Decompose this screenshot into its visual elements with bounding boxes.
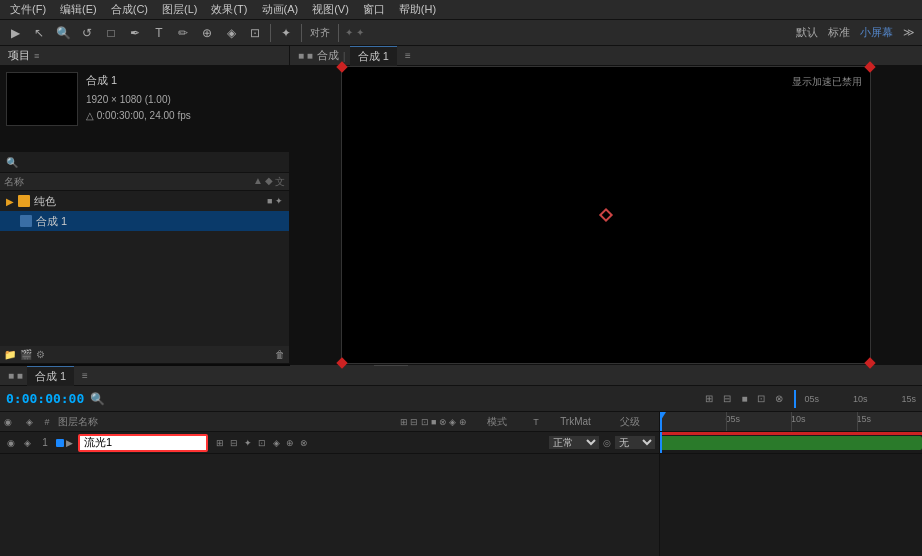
col-icons: ▲ ◆ 文 <box>253 175 285 189</box>
layer-eye-btn[interactable]: ◉ <box>4 436 18 450</box>
ctrl-effects[interactable]: ⊡ <box>754 392 768 405</box>
ls-icon-5[interactable]: ◈ <box>270 437 282 449</box>
tool-select[interactable]: ▶ <box>4 22 26 44</box>
lch-eye-col: ◉ <box>4 417 12 427</box>
tool-eraser[interactable]: ◈ <box>220 22 242 44</box>
menu-file[interactable]: 文件(F) <box>4 0 52 19</box>
comp-tab-main[interactable]: 合成 1 <box>350 46 397 66</box>
comp-panel-title: 合成 <box>317 48 339 63</box>
menu-window[interactable]: 窗口 <box>357 0 391 19</box>
main-layout: 项目 ≡ 合成 1 1920 × 1080 (1.00) △ 0:00:30:0… <box>0 46 922 364</box>
ctrl-motion[interactable]: ⊟ <box>720 392 734 405</box>
layer-col-headers: ◉ ◈ # 图层名称 ⊞ ⊟ ⊡ ■ ⊗ ◈ ⊕ 模式 T TrkMat 父级 <box>0 412 659 432</box>
layer-audio-btn[interactable]: ◈ <box>20 436 34 450</box>
layer-expand-arrow[interactable]: ▶ <box>66 438 76 448</box>
layer-name-input[interactable]: 流光1 <box>78 434 208 452</box>
tool-extra-1[interactable]: ✦ <box>275 22 297 44</box>
playhead-indicator <box>794 390 796 408</box>
layer-panel: ◉ ◈ # 图层名称 ⊞ ⊟ ⊡ ■ ⊗ ◈ ⊕ 模式 T TrkMat 父级 … <box>0 412 660 556</box>
layer-trkmat-select[interactable]: 无 <box>615 436 655 449</box>
preview-comp-size: 1920 × 1080 (1.00) <box>86 92 283 108</box>
current-workspace-label: 小屏幕 <box>857 25 896 40</box>
search-icon: 🔍 <box>6 157 18 168</box>
toolbar-extra-icons: ✦ ✦ <box>343 27 366 38</box>
tool-arrow[interactable]: ↖ <box>28 22 50 44</box>
toolbar-right: 默认 标准 小屏幕 ≫ <box>793 25 918 40</box>
project-settings-icon[interactable]: ⚙ <box>36 349 45 360</box>
tool-puppet[interactable]: ⊡ <box>244 22 266 44</box>
project-item-comp[interactable]: 合成 1 <box>0 211 289 231</box>
workspace-arrows: ≫ <box>900 26 918 39</box>
ls-icon-3[interactable]: ✦ <box>242 437 254 449</box>
menu-composition[interactable]: 合成(C) <box>105 0 154 19</box>
project-panel: 项目 ≡ 合成 1 1920 × 1080 (1.00) △ 0:00:30:0… <box>0 46 290 364</box>
menu-animation[interactable]: 动画(A) <box>256 0 305 19</box>
lch-switch-cols: ⊞ ⊟ ⊡ ■ ⊗ ◈ ⊕ <box>400 417 467 427</box>
eye-icon: ◉ <box>7 438 15 448</box>
project-col-headers: 名称 ▲ ◆ 文 <box>0 173 289 191</box>
menu-layer[interactable]: 图层(L) <box>156 0 203 19</box>
tool-stamp[interactable]: ⊕ <box>196 22 218 44</box>
col-flag3: 文 <box>275 175 285 189</box>
timeline-section: ■ ■ 合成 1 ≡ 0:00:00:00 🔍 ⊞ ⊟ ■ ⊡ ⊗ 05s 10… <box>0 364 922 556</box>
tool-paint[interactable]: ✏ <box>172 22 194 44</box>
ruler-label-10s: 10s <box>853 394 868 404</box>
tool-rotate[interactable]: ↺ <box>76 22 98 44</box>
ctrl-graph[interactable]: ⊞ <box>702 392 716 405</box>
project-panel-title: 项目 <box>8 48 30 63</box>
comp-canvas: 显示加速已禁用 <box>341 66 871 364</box>
layer-num: 1 <box>36 437 54 448</box>
tool-rect[interactable]: □ <box>100 22 122 44</box>
layer-mode-area: 正常 ◎ 无 <box>549 436 655 449</box>
menu-help[interactable]: 帮助(H) <box>393 0 442 19</box>
ls-icon-2[interactable]: ⊟ <box>228 437 240 449</box>
tool-pen[interactable]: ✒ <box>124 22 146 44</box>
ls-icon-7[interactable]: ⊗ <box>298 437 310 449</box>
ls-icon-6[interactable]: ⊕ <box>284 437 296 449</box>
menu-edit[interactable]: 编辑(E) <box>54 0 103 19</box>
project-item-folder[interactable]: ▶ 纯色 ■ ✦ <box>0 191 289 211</box>
search-timeline-icon[interactable]: 🔍 <box>90 392 105 406</box>
folder-color <box>18 195 30 207</box>
default-label: 默认 <box>793 25 821 40</box>
menu-view[interactable]: 视图(V) <box>306 0 355 19</box>
track-content <box>660 432 922 556</box>
ruler-label-5s: 05s <box>726 414 741 424</box>
new-comp-icon[interactable]: 🎬 <box>20 349 32 360</box>
comp-panel: ■ ■ 合成 | 合成 1 ≡ 显示加速已禁用 ■ 8 bpc 🗑 ⊞ ⊡ 30 <box>290 46 922 364</box>
search-bar: 🔍 <box>0 151 289 173</box>
timeline-header: ■ ■ 合成 1 ≡ <box>0 366 922 386</box>
preview-thumbnail <box>6 72 78 126</box>
folder-label: 纯色 <box>34 194 56 209</box>
lch-name-col: 图层名称 <box>58 415 398 429</box>
preview-comp-duration: △ 0:00:30:00, 24.00 fps <box>86 108 283 124</box>
project-panel-menu-icon[interactable]: ≡ <box>34 51 39 61</box>
new-folder-icon[interactable]: 📁 <box>4 349 16 360</box>
menu-effects[interactable]: 效果(T) <box>205 0 253 19</box>
ls-icon-4[interactable]: ⊡ <box>256 437 268 449</box>
trash-icon[interactable]: 🗑 <box>275 349 285 360</box>
tool-text[interactable]: T <box>148 22 170 44</box>
toolbar: ▶ ↖ 🔍 ↺ □ ✒ T ✏ ⊕ ◈ ⊡ ✦ 对齐 ✦ ✦ 默认 标准 小屏幕… <box>0 20 922 46</box>
ruler-label-10s: 10s <box>791 414 806 424</box>
ls-icon-1[interactable]: ⊞ <box>214 437 226 449</box>
lch-trkmat-col: TrkMat <box>548 416 603 427</box>
timeline-menu[interactable]: ≡ <box>82 370 88 381</box>
layer-mode-select[interactable]: 正常 <box>549 436 599 449</box>
ctrl-render[interactable]: ⊗ <box>772 392 786 405</box>
comp-panel-menu[interactable]: ≡ <box>405 50 411 61</box>
col-flag2: ◆ <box>265 175 273 189</box>
layer-switch-icons: ⊞ ⊟ ✦ ⊡ ◈ ⊕ ⊗ <box>214 437 310 449</box>
standard-label: 标准 <box>825 25 853 40</box>
comp-header-sep: | <box>343 50 346 62</box>
ctrl-masks[interactable]: ■ <box>738 392 750 405</box>
tool-zoom[interactable]: 🔍 <box>52 22 74 44</box>
ruler-label-15s: 15s <box>857 414 872 424</box>
timeline-track-area: 05s 10s 15s <box>660 412 922 556</box>
layer-row-0[interactable]: ◉ ◈ 1 ▶ 流光1 ⊞ ⊟ ✦ ⊡ ◈ ⊕ ⊗ <box>0 432 659 454</box>
preview-comp-name: 合成 1 <box>86 72 283 90</box>
timeline-tab[interactable]: 合成 1 <box>27 366 74 386</box>
timeline-controls: 0:00:00:00 🔍 ⊞ ⊟ ■ ⊡ ⊗ 05s 10s 15s <box>0 386 922 412</box>
search-input[interactable] <box>22 157 283 168</box>
preview-info: 合成 1 1920 × 1080 (1.00) △ 0:00:30:00, 24… <box>86 72 283 124</box>
